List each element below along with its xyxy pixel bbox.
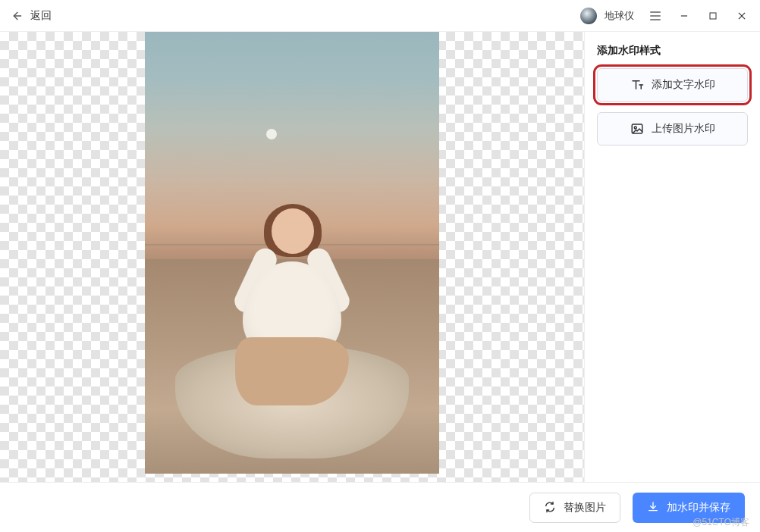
arrow-left-icon [11,9,24,23]
highlight-box: 添加文字水印 [597,68,748,102]
svg-point-6 [634,127,636,129]
svg-rect-2 [710,13,716,19]
main-area: 添加水印样式 添加文字水印 上传图片水印 [0,32,760,482]
replace-image-label: 替换图片 [564,501,606,515]
close-button[interactable] [731,5,752,27]
avatar[interactable] [580,8,597,24]
image-icon [630,122,644,136]
upload-image-watermark-button[interactable]: 上传图片水印 [597,112,748,146]
username: 地球仪 [605,9,634,23]
title-bar-right: 地球仪 [580,5,752,27]
person-figure [228,208,356,405]
footer-bar: 替换图片 加水印并保存 @51CTO博客 [0,482,760,532]
canvas-checkerboard[interactable] [0,32,584,482]
app-window: 返回 地球仪 [0,0,760,532]
back-button[interactable]: 返回 [11,9,52,23]
text-icon [630,78,644,92]
title-bar: 返回 地球仪 [0,0,760,32]
maximize-button[interactable] [702,5,724,27]
upload-image-watermark-label: 上传图片水印 [652,122,715,136]
menu-button[interactable] [645,5,666,27]
save-watermark-label: 加水印并保存 [667,501,730,515]
moon-shape [266,129,277,139]
minimize-button[interactable] [674,5,695,27]
replace-icon [544,501,557,515]
back-label: 返回 [30,9,52,23]
sidebar-title: 添加水印样式 [597,44,748,58]
save-watermark-button[interactable]: 加水印并保存 [633,493,745,523]
sidebar: 添加水印样式 添加文字水印 上传图片水印 [584,32,760,482]
download-icon [647,501,661,515]
add-text-watermark-button[interactable]: 添加文字水印 [597,68,748,102]
replace-image-button[interactable]: 替换图片 [529,493,620,523]
preview-image[interactable] [145,32,439,474]
add-text-watermark-label: 添加文字水印 [652,78,715,92]
